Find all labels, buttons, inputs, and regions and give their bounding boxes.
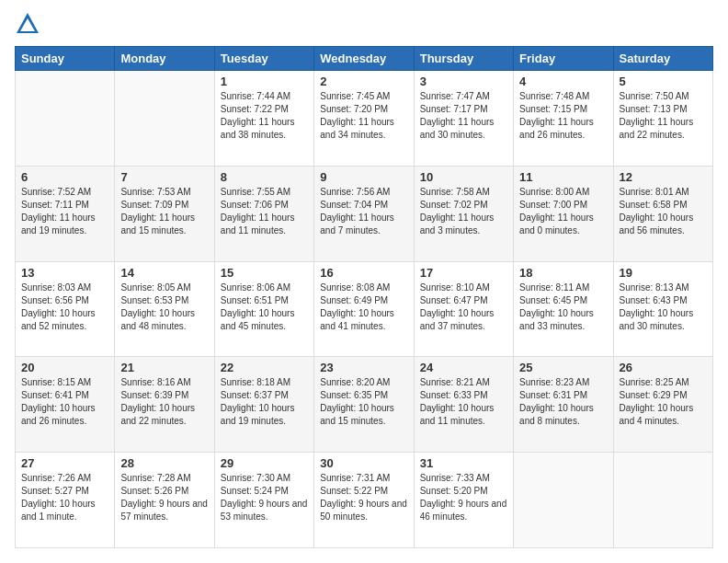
day-number: 20 <box>21 361 108 374</box>
day-number: 14 <box>120 266 208 280</box>
day-number: 25 <box>519 361 607 374</box>
calendar-cell: 13Sunrise: 8:03 AM Sunset: 6:56 PM Dayli… <box>16 261 115 357</box>
day-info: Sunrise: 7:33 AM Sunset: 5:20 PM Dayligh… <box>420 472 507 523</box>
day-info: Sunrise: 7:30 AM Sunset: 5:24 PM Dayligh… <box>221 472 308 523</box>
weekday-header-tuesday: Tuesday <box>214 47 313 71</box>
day-info: Sunrise: 8:01 AM Sunset: 6:58 PM Dayligh… <box>620 186 707 237</box>
day-info: Sunrise: 8:00 AM Sunset: 7:00 PM Dayligh… <box>519 186 607 237</box>
day-number: 18 <box>519 266 607 280</box>
day-info: Sunrise: 7:53 AM Sunset: 7:09 PM Dayligh… <box>120 186 208 237</box>
calendar-cell: 16Sunrise: 8:08 AM Sunset: 6:49 PM Dayli… <box>314 261 414 357</box>
calendar-cell <box>16 71 115 167</box>
day-info: Sunrise: 8:06 AM Sunset: 6:51 PM Dayligh… <box>221 282 308 333</box>
day-number: 13 <box>21 266 108 280</box>
day-number: 27 <box>21 456 108 470</box>
calendar-cell: 21Sunrise: 8:16 AM Sunset: 6:39 PM Dayli… <box>115 357 214 453</box>
day-number: 19 <box>620 266 707 280</box>
calendar-cell: 8Sunrise: 7:55 AM Sunset: 7:06 PM Daylig… <box>214 166 313 261</box>
calendar-cell: 4Sunrise: 7:48 AM Sunset: 7:15 PM Daylig… <box>514 71 613 167</box>
day-info: Sunrise: 8:21 AM Sunset: 6:33 PM Dayligh… <box>420 376 507 428</box>
calendar-cell: 24Sunrise: 8:21 AM Sunset: 6:33 PM Dayli… <box>414 357 513 453</box>
calendar-table: SundayMondayTuesdayWednesdayThursdayFrid… <box>15 46 713 548</box>
day-info: Sunrise: 8:03 AM Sunset: 6:56 PM Dayligh… <box>21 282 108 333</box>
day-number: 30 <box>320 456 407 470</box>
weekday-header-thursday: Thursday <box>414 47 513 71</box>
calendar-week-5: 27Sunrise: 7:26 AM Sunset: 5:27 PM Dayli… <box>16 453 713 548</box>
calendar-cell: 19Sunrise: 8:13 AM Sunset: 6:43 PM Dayli… <box>613 261 712 357</box>
day-info: Sunrise: 7:56 AM Sunset: 7:04 PM Dayligh… <box>320 186 407 237</box>
calendar-cell: 25Sunrise: 8:23 AM Sunset: 6:31 PM Dayli… <box>514 357 613 453</box>
day-info: Sunrise: 7:58 AM Sunset: 7:02 PM Dayligh… <box>420 186 507 237</box>
day-info: Sunrise: 7:52 AM Sunset: 7:11 PM Dayligh… <box>21 186 108 237</box>
calendar-week-1: 1Sunrise: 7:44 AM Sunset: 7:22 PM Daylig… <box>16 71 713 167</box>
page: SundayMondayTuesdayWednesdayThursdayFrid… <box>0 0 728 563</box>
calendar-cell: 2Sunrise: 7:45 AM Sunset: 7:20 PM Daylig… <box>314 71 414 167</box>
day-number: 28 <box>120 456 208 470</box>
calendar-cell: 18Sunrise: 8:11 AM Sunset: 6:45 PM Dayli… <box>514 261 613 357</box>
day-info: Sunrise: 7:28 AM Sunset: 5:26 PM Dayligh… <box>120 472 208 523</box>
calendar-cell: 10Sunrise: 7:58 AM Sunset: 7:02 PM Dayli… <box>414 166 513 261</box>
header <box>15 15 713 37</box>
day-number: 15 <box>221 266 308 280</box>
day-info: Sunrise: 8:15 AM Sunset: 6:41 PM Dayligh… <box>21 376 108 428</box>
calendar-cell: 7Sunrise: 7:53 AM Sunset: 7:09 PM Daylig… <box>115 166 214 261</box>
day-number: 29 <box>221 456 308 470</box>
calendar-cell: 20Sunrise: 8:15 AM Sunset: 6:41 PM Dayli… <box>16 357 115 453</box>
calendar-cell: 5Sunrise: 7:50 AM Sunset: 7:13 PM Daylig… <box>613 71 712 167</box>
day-number: 1 <box>221 75 308 88</box>
calendar-cell <box>115 71 214 167</box>
day-number: 24 <box>420 361 507 374</box>
calendar-cell: 28Sunrise: 7:28 AM Sunset: 5:26 PM Dayli… <box>115 453 214 548</box>
day-info: Sunrise: 7:55 AM Sunset: 7:06 PM Dayligh… <box>221 186 308 237</box>
day-info: Sunrise: 7:31 AM Sunset: 5:22 PM Dayligh… <box>320 472 407 523</box>
day-number: 21 <box>120 361 208 374</box>
calendar-cell: 1Sunrise: 7:44 AM Sunset: 7:22 PM Daylig… <box>214 71 313 167</box>
day-number: 2 <box>320 75 407 88</box>
calendar-cell: 6Sunrise: 7:52 AM Sunset: 7:11 PM Daylig… <box>16 166 115 261</box>
calendar-cell: 22Sunrise: 8:18 AM Sunset: 6:37 PM Dayli… <box>214 357 313 453</box>
weekday-header-saturday: Saturday <box>613 47 712 71</box>
day-info: Sunrise: 8:08 AM Sunset: 6:49 PM Dayligh… <box>320 282 407 333</box>
calendar-week-2: 6Sunrise: 7:52 AM Sunset: 7:11 PM Daylig… <box>16 166 713 261</box>
calendar-cell: 31Sunrise: 7:33 AM Sunset: 5:20 PM Dayli… <box>414 453 513 548</box>
calendar-cell: 26Sunrise: 8:25 AM Sunset: 6:29 PM Dayli… <box>613 357 712 453</box>
day-number: 31 <box>420 456 507 470</box>
day-number: 17 <box>420 266 507 280</box>
day-info: Sunrise: 8:20 AM Sunset: 6:35 PM Dayligh… <box>320 376 407 428</box>
day-info: Sunrise: 8:23 AM Sunset: 6:31 PM Dayligh… <box>519 376 607 428</box>
day-info: Sunrise: 8:18 AM Sunset: 6:37 PM Dayligh… <box>221 376 308 428</box>
day-number: 12 <box>620 170 707 184</box>
calendar-cell: 27Sunrise: 7:26 AM Sunset: 5:27 PM Dayli… <box>16 453 115 548</box>
day-number: 3 <box>420 75 507 88</box>
logo <box>15 15 42 37</box>
calendar-cell: 9Sunrise: 7:56 AM Sunset: 7:04 PM Daylig… <box>314 166 414 261</box>
day-number: 10 <box>420 170 507 184</box>
day-info: Sunrise: 8:05 AM Sunset: 6:53 PM Dayligh… <box>120 282 208 333</box>
day-info: Sunrise: 8:10 AM Sunset: 6:47 PM Dayligh… <box>420 282 507 333</box>
calendar-cell: 23Sunrise: 8:20 AM Sunset: 6:35 PM Dayli… <box>314 357 414 453</box>
day-info: Sunrise: 7:44 AM Sunset: 7:22 PM Dayligh… <box>221 90 308 142</box>
day-number: 5 <box>620 75 707 88</box>
calendar-cell: 30Sunrise: 7:31 AM Sunset: 5:22 PM Dayli… <box>314 453 414 548</box>
day-number: 22 <box>221 361 308 374</box>
calendar-header-row: SundayMondayTuesdayWednesdayThursdayFrid… <box>16 47 713 71</box>
calendar-cell: 29Sunrise: 7:30 AM Sunset: 5:24 PM Dayli… <box>214 453 313 548</box>
weekday-header-sunday: Sunday <box>16 47 115 71</box>
calendar-cell: 12Sunrise: 8:01 AM Sunset: 6:58 PM Dayli… <box>613 166 712 261</box>
calendar-cell: 14Sunrise: 8:05 AM Sunset: 6:53 PM Dayli… <box>115 261 214 357</box>
weekday-header-friday: Friday <box>514 47 613 71</box>
day-number: 4 <box>519 75 607 88</box>
day-number: 26 <box>620 361 707 374</box>
calendar-cell: 11Sunrise: 8:00 AM Sunset: 7:00 PM Dayli… <box>514 166 613 261</box>
day-number: 7 <box>120 170 208 184</box>
day-info: Sunrise: 7:50 AM Sunset: 7:13 PM Dayligh… <box>620 90 707 142</box>
calendar-cell <box>514 453 613 548</box>
calendar-week-4: 20Sunrise: 8:15 AM Sunset: 6:41 PM Dayli… <box>16 357 713 453</box>
calendar-cell: 15Sunrise: 8:06 AM Sunset: 6:51 PM Dayli… <box>214 261 313 357</box>
day-info: Sunrise: 7:47 AM Sunset: 7:17 PM Dayligh… <box>420 90 507 142</box>
day-info: Sunrise: 7:48 AM Sunset: 7:15 PM Dayligh… <box>519 90 607 142</box>
day-number: 9 <box>320 170 407 184</box>
day-info: Sunrise: 8:25 AM Sunset: 6:29 PM Dayligh… <box>620 376 707 428</box>
calendar-cell: 3Sunrise: 7:47 AM Sunset: 7:17 PM Daylig… <box>414 71 513 167</box>
logo-icon <box>15 11 40 37</box>
